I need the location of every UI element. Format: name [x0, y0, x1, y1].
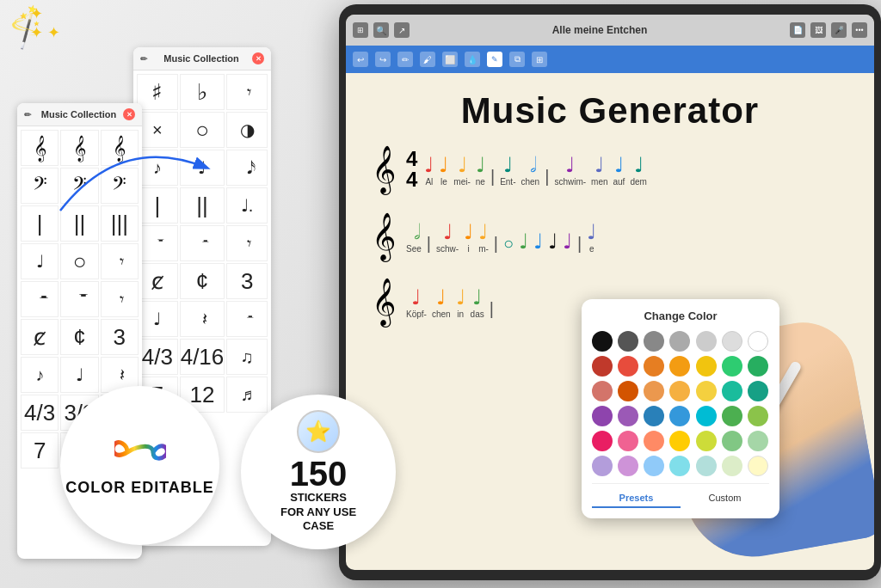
color-popup-title: Change Color: [592, 309, 769, 322]
note-col-de: ♩: [548, 230, 558, 254]
color-swatch-13[interactable]: [722, 356, 742, 377]
music-4over3: 4/3: [137, 339, 178, 375]
color-swatch-2[interactable]: [618, 331, 638, 352]
toolbar-icon-grid[interactable]: ⊞: [353, 22, 368, 38]
color-swatch-37[interactable]: [618, 456, 638, 476]
note-col-1: ♩ Al: [424, 153, 434, 187]
toolbar-icon-mic[interactable]: 🎤: [831, 22, 847, 38]
note-label-chen2: chen: [432, 309, 451, 319]
toolbar-blue-brush[interactable]: 🖌: [420, 52, 435, 67]
color-swatch-24[interactable]: [644, 406, 664, 426]
color-swatch-36[interactable]: [592, 456, 613, 476]
color-swatch-9[interactable]: [618, 356, 638, 377]
note-label-e: e: [587, 244, 596, 254]
toolbar-blue-undo[interactable]: ↩: [353, 52, 368, 67]
color-swatch-21[interactable]: [748, 381, 768, 401]
toolbar-icon-share[interactable]: ↗: [394, 22, 410, 38]
toolbar-blue-smudge[interactable]: 💧: [465, 52, 480, 67]
note-c2: ♩: [436, 285, 446, 309]
color-tab-presets[interactable]: Presets: [592, 489, 681, 508]
color-swatch-29[interactable]: [592, 431, 613, 451]
color-swatch-22[interactable]: [592, 406, 613, 426]
score-row-2: 𝄞 𝅗𝅥 See | ♩ schw- ♩ i: [372, 216, 848, 257]
note-label-kopf: Köpf-: [406, 309, 427, 319]
bar-line-score-2: |: [545, 167, 549, 187]
color-swatch-41[interactable]: [722, 456, 742, 476]
color-swatch-23[interactable]: [618, 406, 638, 426]
color-swatch-42[interactable]: [748, 456, 768, 476]
note-col-e2: ♩: [563, 230, 572, 254]
panel-back-grid: ♯ ♭ 𝄾 × ○ ◑ ♪ ♩ 𝅘𝅥𝅯 | || ♩. 𝄻 𝄼 𝄾 ȼ ¢ 3 …: [133, 70, 271, 416]
note-whole: ○: [60, 243, 98, 279]
toolbar-blue-redo[interactable]: ↪: [375, 52, 391, 67]
note-e2: ♩: [563, 230, 572, 253]
sparkles-icon: ✦✦ ✦: [30, 4, 60, 42]
color-swatch-3[interactable]: [644, 331, 664, 352]
color-swatch-5[interactable]: [696, 331, 717, 352]
music-symbol-sharp: ♯: [137, 74, 178, 110]
color-swatch-7[interactable]: [748, 331, 768, 352]
ipad-toolbar-top: ⊞ 🔍 ↗ Alle meine Entchen 📄 🖼 🎤 •••: [346, 15, 874, 46]
bar-line-5a: |: [577, 234, 582, 254]
music-symbol-16th: 𝅘𝅥𝅯: [226, 150, 268, 186]
color-swatch-20[interactable]: [722, 381, 742, 401]
toolbar-icon-img[interactable]: 🖼: [810, 22, 826, 38]
note-label-dem: dem: [630, 177, 646, 187]
num-7: 7: [21, 432, 59, 469]
toolbar-blue-pen[interactable]: ✏: [397, 52, 413, 67]
color-swatch-6[interactable]: [722, 331, 742, 352]
toolbar-blue-grid[interactable]: ⊞: [532, 52, 547, 67]
music-symbol-c: ȼ: [137, 263, 178, 299]
color-swatch-33[interactable]: [696, 431, 717, 451]
color-grid: [592, 331, 769, 476]
color-swatch-31[interactable]: [644, 431, 664, 451]
note-5: ♩: [503, 153, 513, 176]
color-swatch-8[interactable]: [592, 356, 613, 377]
music-symbol-bar3: 𝄼: [226, 301, 268, 337]
toolbar-icon-search[interactable]: 🔍: [373, 22, 389, 38]
color-swatch-15[interactable]: [592, 381, 613, 401]
bar-line-4a: |: [494, 234, 498, 254]
color-swatch-19[interactable]: [696, 381, 717, 401]
color-swatch-14[interactable]: [748, 356, 768, 377]
color-swatch-1[interactable]: [592, 331, 613, 352]
color-swatch-38[interactable]: [644, 456, 664, 476]
toolbar-icon-more[interactable]: •••: [852, 22, 867, 38]
toolbar-icon-doc[interactable]: 📄: [790, 22, 805, 38]
color-swatch-27[interactable]: [722, 406, 742, 426]
color-swatch-10[interactable]: [644, 356, 664, 377]
toolbar-blue-eraser[interactable]: ⬜: [442, 52, 458, 67]
color-swatch-11[interactable]: [669, 356, 690, 377]
color-swatch-34[interactable]: [722, 431, 742, 451]
toolbar-blue-layers[interactable]: ⧉: [509, 52, 525, 67]
color-swatch-35[interactable]: [748, 431, 768, 451]
color-swatch-40[interactable]: [696, 456, 717, 476]
color-swatch-26[interactable]: [696, 406, 717, 426]
note-col-5: ♩ Ent-: [500, 153, 515, 187]
note-in1: ♩ in: [456, 285, 465, 319]
color-swatch-18[interactable]: [669, 381, 690, 401]
color-swatch-16[interactable]: [618, 381, 638, 401]
toolbar-blue-active[interactable]: ✎: [487, 52, 502, 67]
color-tab-custom[interactable]: Custom: [681, 489, 769, 508]
color-tab-row: Presets Custom: [592, 483, 769, 508]
note-col-3: ♩ mei-: [453, 153, 470, 187]
color-swatch-12[interactable]: [696, 356, 717, 377]
color-swatch-39[interactable]: [669, 456, 690, 476]
note-col-g1: ♩: [519, 230, 528, 254]
color-swatch-25[interactable]: [669, 406, 690, 426]
color-swatch-32[interactable]: [669, 431, 690, 451]
treble-clef-score-2: 𝄞: [372, 216, 396, 257]
music-generator-title: Music Generator: [372, 90, 848, 132]
color-swatch-17[interactable]: [644, 381, 664, 401]
half-rest: 𝄼: [21, 281, 59, 317]
color-swatch-28[interactable]: [748, 406, 768, 426]
note-label-see: See: [406, 244, 422, 254]
color-swatch-30[interactable]: [618, 431, 638, 451]
color-swatch-4[interactable]: [669, 331, 690, 352]
note-label-chen: chen: [521, 177, 539, 187]
panel-front-close-button[interactable]: ✕: [123, 108, 135, 120]
bar-line-6: |: [490, 299, 494, 319]
panel-back-close-button[interactable]: ✕: [252, 52, 264, 64]
stickers-badge: ⭐ 150 STICKERSFOR ANY USECASE: [241, 395, 396, 549]
